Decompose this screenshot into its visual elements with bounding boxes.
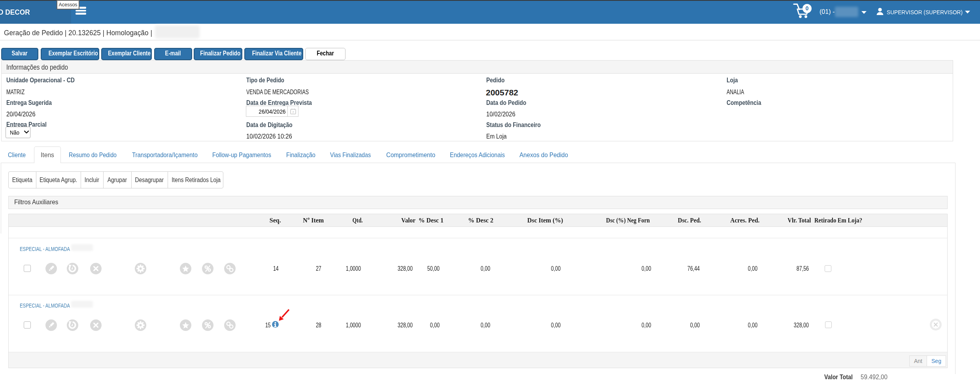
svg-text:7: 7 (292, 110, 294, 114)
